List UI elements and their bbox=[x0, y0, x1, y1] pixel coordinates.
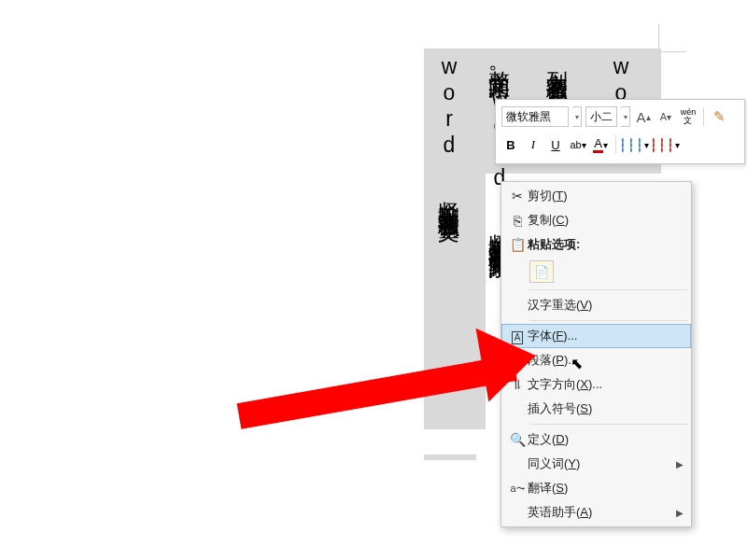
format-painter-button[interactable]: ✎ bbox=[710, 106, 728, 127]
grow-font-button[interactable]: A▴ bbox=[634, 106, 653, 127]
char-spacing-tight-button[interactable]: ┆┆┆ bbox=[653, 134, 671, 155]
ctx-synonym[interactable]: 同义词(Y) ▶ bbox=[501, 452, 691, 476]
ctx-copy[interactable]: 复制(C) bbox=[501, 208, 691, 232]
selection-mask bbox=[424, 429, 489, 455]
separator bbox=[615, 135, 616, 154]
ctx-insert-symbol[interactable]: 插入符号(S) bbox=[501, 397, 691, 421]
mini-format-toolbar: 微软雅黑 ▾ 小二 ▾ A▴ A▾ wén 文 ✎ B I U ab▾ A▾ ┆… bbox=[495, 99, 745, 164]
font-name-dropdown-icon[interactable]: ▾ bbox=[572, 106, 582, 127]
selection-block bbox=[424, 455, 476, 460]
separator bbox=[529, 424, 687, 425]
font-color-button[interactable]: A▾ bbox=[591, 134, 610, 155]
ctx-translate[interactable]: a⤳ 翻译(S) bbox=[501, 476, 691, 500]
italic-button[interactable]: I bbox=[524, 134, 543, 155]
ctx-cut[interactable]: 剪切(T) bbox=[501, 184, 691, 208]
paste-keep-source-button[interactable]: 📄 bbox=[529, 260, 554, 283]
copy-icon bbox=[507, 213, 528, 229]
doc-text-col1[interactable]: word 竖向排列文字怎么调整文 bbox=[435, 54, 464, 205]
page-margin-corner bbox=[658, 24, 686, 52]
ctx-hanzi-reselect[interactable]: 汉字重选(V) bbox=[501, 293, 691, 317]
char-spacing-loose-button[interactable]: ┆┆┆ bbox=[622, 134, 641, 155]
phonetic-guide-button[interactable]: wén 文 bbox=[679, 106, 698, 127]
ctx-english-assistant[interactable]: 英语助手(A) ▶ bbox=[501, 500, 691, 525]
underline-button[interactable]: U bbox=[546, 134, 565, 155]
font-size-dropdown-icon[interactable]: ▾ bbox=[621, 106, 630, 127]
submenu-arrow-icon: ▶ bbox=[676, 459, 684, 469]
doc-text-col3[interactable]: 列文字怎么调整 bbox=[543, 54, 572, 67]
shrink-font-button[interactable]: A▾ bbox=[656, 106, 675, 127]
highlight-button[interactable]: ab▾ bbox=[569, 134, 587, 155]
ctx-define[interactable]: 🔍 定义(D) bbox=[501, 427, 691, 452]
ctx-paste-header: 📋 粘贴选项: bbox=[501, 232, 691, 257]
submenu-arrow-icon: ▶ bbox=[676, 508, 684, 518]
font-name-combo[interactable]: 微软雅黑 bbox=[501, 106, 569, 127]
clipboard-icon: 📋 bbox=[507, 237, 528, 252]
translate-icon: a⤳ bbox=[507, 483, 528, 495]
bold-button[interactable]: B bbox=[501, 134, 520, 155]
separator bbox=[529, 320, 687, 321]
font-size-combo[interactable]: 小二 bbox=[585, 106, 617, 127]
scissors-icon bbox=[507, 189, 528, 203]
magnifier-icon: 🔍 bbox=[507, 432, 528, 447]
separator bbox=[703, 107, 704, 126]
separator bbox=[529, 289, 687, 290]
